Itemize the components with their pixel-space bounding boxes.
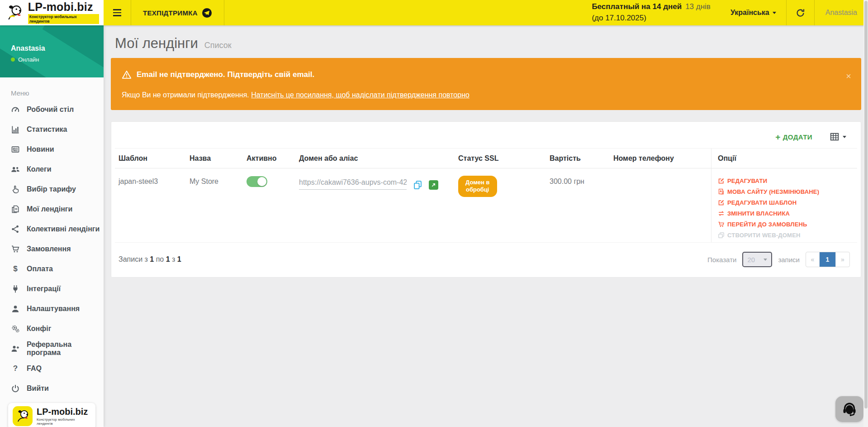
sidebar-item-payment[interactable]: $ Оплата <box>0 259 104 279</box>
cell-price: 300.00 грн <box>546 168 610 242</box>
table-row: japan-steel3 My Store <box>115 168 857 243</box>
add-landing-button[interactable]: + ДОДАТИ <box>775 133 812 141</box>
dollar-icon: $ <box>11 264 20 273</box>
sidebar: Anastasia Онлайн Меню Робочий стіл Стати… <box>0 25 104 427</box>
share-icon <box>11 225 20 234</box>
close-icon[interactable]: × <box>846 72 851 81</box>
online-status-label: Онлайн <box>18 56 39 63</box>
refresh-button[interactable] <box>787 0 814 25</box>
scrollbar-track <box>863 0 868 427</box>
active-toggle[interactable] <box>247 176 267 187</box>
landings-table: Шаблон Назва Активно Домен або аліас Ста… <box>115 148 857 243</box>
gears-icon <box>11 324 20 333</box>
alert-message: Email не підтверджено. Підтвердіть свій … <box>137 70 314 79</box>
col-header-active: Активно <box>243 149 295 168</box>
main-content: Мої лендінги Список Email не підтверджен… <box>104 25 868 427</box>
hand-pointer-icon <box>11 185 20 194</box>
news-icon <box>11 145 20 154</box>
stats-icon <box>11 125 20 134</box>
online-status-dot <box>11 58 15 62</box>
cart-icon <box>718 221 725 228</box>
show-label: Показати <box>707 256 736 264</box>
domain-input[interactable] <box>299 178 407 190</box>
chevron-down-icon <box>764 259 767 261</box>
headset-icon <box>841 401 858 417</box>
cell-template: japan-steel3 <box>115 168 186 242</box>
option-edit-template[interactable]: РЕДАГУВАТИ ШАБЛОН <box>718 199 854 206</box>
alert-hint: Якщо Ви не отримали підтвердження. <box>122 91 251 99</box>
trial-until-date: (до 17.10.2025) <box>592 13 711 24</box>
sidebar-item-my-landings[interactable]: Мої лендінги <box>0 199 104 219</box>
column-settings-button[interactable] <box>830 132 846 142</box>
tech-support-label: ТЕХПІДТРИМКА <box>143 9 198 17</box>
page-1-button[interactable]: 1 <box>820 252 836 267</box>
scrollbar-thumb[interactable] <box>864 1 868 408</box>
sidebar-item-config[interactable]: Конфіг <box>0 319 104 339</box>
page-title: Мої лендінги <box>115 35 198 52</box>
footer-logo-tagline: Конструктор мобільних лендингів <box>37 417 91 426</box>
prev-page-button[interactable]: « <box>806 252 820 267</box>
option-edit[interactable]: РЕДАГУВАТИ <box>718 178 854 184</box>
language-icon <box>718 188 725 195</box>
sidebar-item-colleagues[interactable]: Колеги <box>0 159 104 179</box>
pagination: « 1 » <box>806 252 850 267</box>
clone-icon <box>718 232 725 239</box>
option-go-to-orders[interactable]: ПЕРЕЙТИ ДО ЗАМОВЛЕНЬ <box>718 221 854 228</box>
email-confirmation-alert: Email не підтверджено. Підтвердіть свій … <box>111 58 861 110</box>
colleagues-icon <box>11 165 20 174</box>
page-subtitle: Список <box>204 41 232 50</box>
sidebar-item-collective-landings[interactable]: Колективні лендінги <box>0 219 104 239</box>
col-header-options: Опції <box>711 149 857 168</box>
trial-info: Бесплатный на 14 дней13 днів (до 17.10.2… <box>592 0 721 25</box>
plus-icon: + <box>775 133 781 141</box>
menu-title: Меню <box>0 77 104 100</box>
copy-icon[interactable] <box>413 180 422 192</box>
cart-icon <box>11 245 20 254</box>
option-site-language[interactable]: МОВА САЙТУ (НЕЗМІНЮВАНЕ) <box>718 188 854 195</box>
sidebar-item-statistics[interactable]: Статистика <box>0 120 104 139</box>
user-plus-icon <box>11 344 20 353</box>
warning-icon <box>122 70 132 80</box>
telegram-icon <box>202 8 212 18</box>
sidebar-item-dashboard[interactable]: Робочий стіл <box>0 100 104 120</box>
trial-days-left: 13 днів <box>685 2 711 11</box>
col-header-name: Назва <box>186 149 243 168</box>
tech-support-button[interactable]: ТЕХПІДТРИМКА <box>131 0 224 25</box>
sidebar-item-orders[interactable]: Замовлення <box>0 239 104 259</box>
records-summary: Записи з 1 по 1 з 1 <box>119 255 181 264</box>
sidebar-item-faq[interactable]: ? FAQ <box>0 359 104 379</box>
chevron-down-icon <box>843 136 846 138</box>
sidebar-profile: Anastasia Онлайн <box>0 25 104 77</box>
sidebar-item-referral[interactable]: Реферальна програма <box>0 339 104 359</box>
next-page-button[interactable]: » <box>836 252 849 267</box>
sidebar-item-integrations[interactable]: Інтеграції <box>0 279 104 299</box>
dog-logo-icon <box>13 406 33 426</box>
chevron-down-icon <box>773 12 776 14</box>
username-label: Anastasia <box>825 9 857 17</box>
user-menu[interactable]: Anastasia <box>815 0 868 25</box>
sidebar-menu: Робочий стіл Статистика Новини Колеги Ви… <box>0 100 104 398</box>
records-label: записи <box>778 256 800 264</box>
profile-name: Anastasia <box>11 44 104 53</box>
exchange-icon <box>718 210 725 217</box>
hamburger-menu-button[interactable] <box>104 0 131 25</box>
question-icon: ? <box>11 364 20 373</box>
support-chat-button[interactable] <box>835 396 863 422</box>
app-logo[interactable]: LP-mobi.biz Конструктор мобильных лендин… <box>0 0 104 25</box>
open-landing-button[interactable] <box>429 180 438 190</box>
sidebar-item-news[interactable]: Новини <box>0 139 104 159</box>
dog-logo-icon <box>5 3 24 22</box>
sidebar-item-tariff[interactable]: Вибір тарифу <box>0 179 104 199</box>
logo-title: LP-mobi.biz <box>28 1 99 13</box>
power-icon <box>11 384 20 393</box>
sidebar-item-logout[interactable]: Вийти <box>0 379 104 398</box>
language-selector[interactable]: Українська <box>721 0 786 25</box>
plug-icon <box>11 284 20 293</box>
option-change-owner[interactable]: ЗМІНИТИ ВЛАСНИКА <box>718 210 854 217</box>
page-size-select[interactable]: 20 <box>742 252 772 267</box>
sidebar-item-settings[interactable]: Налаштування <box>0 299 104 319</box>
col-header-price: Вартість <box>546 149 610 168</box>
landings-icon <box>11 205 20 214</box>
resend-confirmation-link[interactable]: Натисніть це посилання, щоб надіслати пі… <box>251 91 470 99</box>
landings-panel: + ДОДАТИ Шаблон Назва Активно Домен або <box>111 121 861 278</box>
